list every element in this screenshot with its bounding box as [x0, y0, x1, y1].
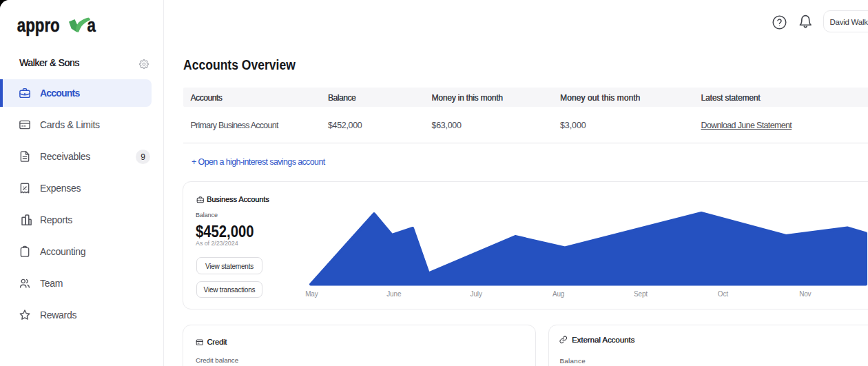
svg-text:appro: appro	[17, 14, 60, 36]
